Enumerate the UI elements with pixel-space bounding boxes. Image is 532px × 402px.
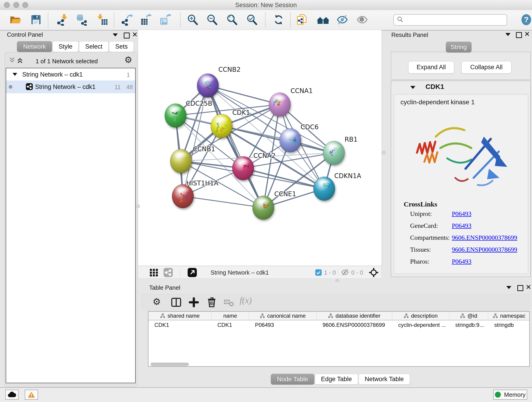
zoom-out-icon[interactable]: [206, 14, 218, 26]
tab-network[interactable]: Network: [17, 41, 52, 52]
network-options-gear-icon[interactable]: ⚙: [124, 56, 132, 64]
table-cell[interactable]: P06493: [249, 321, 317, 330]
node-CCNE1[interactable]: [253, 196, 274, 220]
zoom-selected-icon[interactable]: [246, 14, 258, 26]
node-CCNB1[interactable]: [170, 149, 192, 173]
expand-all-button[interactable]: Expand All: [408, 61, 454, 74]
node-CCNA2[interactable]: [232, 156, 254, 180]
table-panel-close-icon[interactable]: ✕: [526, 284, 531, 290]
control-panel-menu-caret-icon[interactable]: [113, 33, 118, 36]
network-canvas[interactable]: CCNB2CCNA1CDC25BCDK1CDC6RB1CCNB1CCNA2CDK…: [138, 30, 382, 266]
expand-all-networks-icon[interactable]: [17, 57, 23, 65]
table-cell[interactable]: stringdb: [488, 321, 530, 330]
crosslink-link[interactable]: 9606.ENSP00000378699: [452, 246, 517, 253]
open-in-window-icon[interactable]: [188, 268, 197, 278]
hide-selected-icon[interactable]: [336, 14, 348, 26]
warning-button[interactable]: [25, 390, 38, 400]
network-row-selected[interactable]: String Network – cdk1 11 48: [6, 80, 135, 93]
tab-edge-table[interactable]: Edge Table: [315, 374, 358, 385]
crosslink-link[interactable]: P06493: [452, 258, 472, 265]
column-header-description[interactable]: description: [392, 312, 449, 320]
export-image-icon[interactable]: [159, 14, 171, 26]
entry-collapse-caret-icon[interactable]: [410, 86, 415, 89]
results-panel-close-icon[interactable]: ✕: [524, 31, 530, 37]
network-collection-row[interactable]: String Network – cdk1 1: [6, 68, 135, 80]
table-cell[interactable]: cyclin-dependent ...: [392, 321, 449, 330]
memory-button[interactable]: Memory: [493, 390, 527, 400]
fit-selected-crosshair-icon[interactable]: [369, 268, 379, 279]
first-neighbors-icon[interactable]: [317, 14, 329, 26]
collection-expand-caret-icon[interactable]: [13, 73, 17, 76]
export-table-icon[interactable]: [140, 14, 152, 26]
delete-column-trash-icon[interactable]: [206, 297, 217, 308]
import-network-icon[interactable]: [56, 14, 68, 26]
open-session-icon[interactable]: [9, 14, 21, 26]
node-CCNB2[interactable]: [197, 74, 219, 97]
table-cell[interactable]: stringdb:9...: [449, 321, 488, 330]
import-table-icon[interactable]: [96, 14, 108, 26]
export-network-icon[interactable]: [121, 14, 133, 26]
column-header-database-identifier[interactable]: database identifier: [317, 312, 392, 320]
show-columns-icon[interactable]: [171, 297, 182, 308]
zoom-fit-icon[interactable]: [226, 14, 238, 26]
control-panel-title: Control Panel: [7, 31, 43, 38]
collapse-all-button[interactable]: Collapse All: [462, 61, 511, 74]
table-cell[interactable]: 9606.ENSP00000378699: [317, 321, 392, 330]
node-CDC6[interactable]: [279, 128, 301, 152]
crosslink-link[interactable]: P06493: [452, 222, 472, 230]
column-header-canonical-name[interactable]: canonical name: [249, 312, 317, 320]
node-RB1[interactable]: [323, 141, 345, 165]
table-panel-float-icon[interactable]: [517, 285, 523, 291]
function-builder-icon[interactable]: f(x): [240, 295, 260, 307]
tab-select[interactable]: Select: [79, 41, 109, 52]
tab-sets[interactable]: Sets: [109, 41, 134, 52]
results-panel: Results Panel ✕ String Expand All Collap…: [389, 30, 532, 282]
results-panel-float-icon[interactable]: [516, 32, 522, 38]
tab-node-table[interactable]: Node Table: [271, 374, 314, 385]
column-header-@id[interactable]: @id: [449, 312, 488, 320]
new-network-from-selection-icon[interactable]: [296, 14, 308, 26]
node-HIST1H1A[interactable]: [172, 184, 194, 208]
selected-checkbox-icon[interactable]: [315, 269, 322, 277]
hidden-eye-icon[interactable]: [341, 269, 349, 277]
cloud-button[interactable]: [5, 390, 19, 400]
table-cell[interactable]: CDK1: [148, 321, 211, 330]
column-header-shared-name[interactable]: shared name: [148, 312, 211, 320]
delete-table-icon[interactable]: [223, 297, 234, 308]
control-panel-close-icon[interactable]: ✕: [132, 32, 138, 38]
edge-HIST1H1A-CCNE1[interactable]: [183, 196, 263, 208]
create-column-icon[interactable]: [188, 297, 200, 308]
network-share-icon[interactable]: [164, 268, 173, 278]
help-icon[interactable]: ?: [520, 14, 532, 26]
node-CCNA1[interactable]: [269, 93, 291, 116]
table-hscrollbar-thumb[interactable]: [151, 363, 189, 366]
crosslink-link[interactable]: 9606.ENSP00000378699: [452, 234, 517, 241]
tab-string[interactable]: String: [446, 42, 472, 52]
crosslink-link[interactable]: P06493: [452, 210, 472, 217]
refresh-view-icon[interactable]: [273, 14, 285, 26]
table-panel-menu-caret-icon[interactable]: [506, 286, 511, 289]
bottom-splitter-grip[interactable]: [336, 279, 339, 282]
results-panel-menu-caret-icon[interactable]: [505, 33, 510, 36]
collapse-all-networks-icon[interactable]: [9, 57, 15, 65]
zoom-in-icon[interactable]: [187, 14, 199, 26]
table-options-gear-icon[interactable]: ⚙: [152, 297, 164, 308]
table-cell[interactable]: CDK1: [211, 321, 249, 330]
import-network-database-icon[interactable]: [76, 14, 88, 26]
column-header-name[interactable]: name: [211, 312, 249, 320]
column-header-namespac[interactable]: namespac: [488, 312, 530, 320]
tab-network-table[interactable]: Network Table: [359, 374, 410, 385]
node-CDC25B[interactable]: [165, 104, 186, 128]
show-all-icon[interactable]: [356, 14, 368, 26]
save-session-icon[interactable]: [30, 14, 42, 26]
right-splitter-grip[interactable]: [382, 151, 386, 154]
birds-eye-view-icon[interactable]: [149, 268, 158, 278]
left-splitter-grip[interactable]: [136, 204, 140, 208]
network-graph[interactable]: CCNB2CCNA1CDC25BCDK1CDC6RB1CCNB1CCNA2CDK…: [138, 30, 381, 266]
tab-style[interactable]: Style: [52, 41, 79, 52]
control-panel-float-icon[interactable]: [124, 32, 130, 38]
node-CDK1[interactable]: [211, 114, 232, 138]
node-CDKN1A[interactable]: [313, 177, 335, 201]
network-app-icon: [26, 83, 33, 91]
search-input[interactable]: [406, 17, 507, 23]
